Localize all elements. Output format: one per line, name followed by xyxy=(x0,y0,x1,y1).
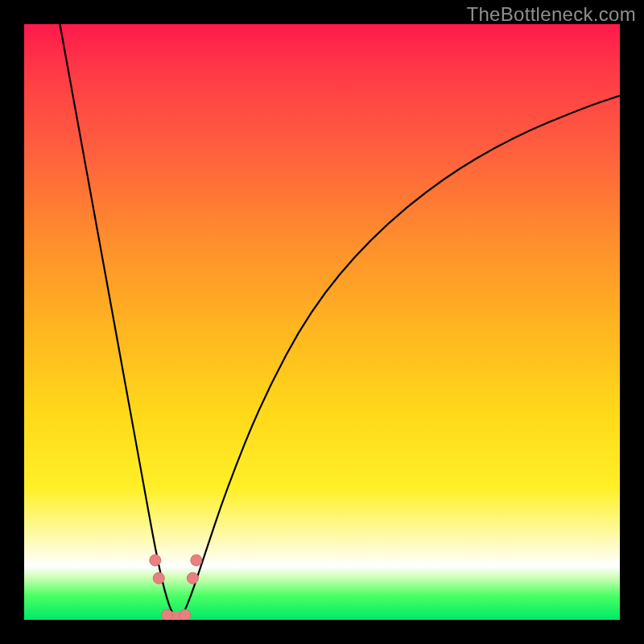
curve-marker xyxy=(153,572,164,584)
curve-marker xyxy=(162,609,173,620)
watermark-text: TheBottleneck.com xyxy=(466,3,636,26)
plot-area xyxy=(24,24,620,620)
curve-marker xyxy=(187,572,198,584)
curve-markers-bottom xyxy=(162,609,191,620)
curve-marker xyxy=(191,555,202,566)
curve-marker xyxy=(150,555,161,566)
curve-markers-left xyxy=(150,555,164,584)
bottleneck-curve xyxy=(24,24,620,620)
curve-marker xyxy=(180,609,191,620)
chart-frame: TheBottleneck.com xyxy=(0,0,644,644)
